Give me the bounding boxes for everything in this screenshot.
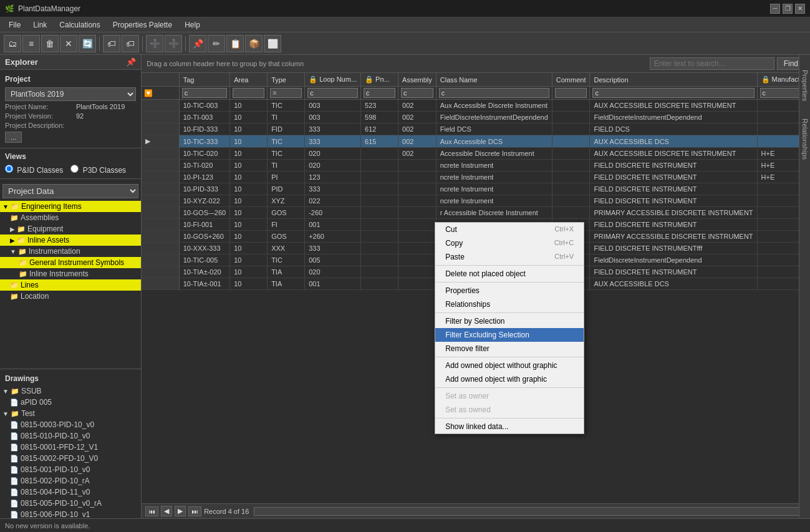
filter-loop[interactable]	[305, 87, 361, 100]
drawing-0815-002[interactable]: 📄 0815-002-PID-10_rA	[0, 475, 141, 486]
drawing-0815-0001[interactable]: 📄 0815-0001-PFD-12_V1	[0, 442, 141, 453]
filter-assembly-input[interactable]	[401, 88, 433, 98]
cm-filter-excluding[interactable]: Filter Excluding Selection	[435, 328, 584, 342]
tb-pin[interactable]: 📌	[189, 35, 206, 52]
filter-comment-input[interactable]	[555, 88, 587, 98]
nav-next[interactable]: ▶	[175, 506, 186, 516]
filter-loop-input[interactable]	[307, 88, 358, 98]
filter-assembly[interactable]	[398, 87, 436, 100]
nav-prev[interactable]: ◀	[161, 506, 172, 516]
filter-class-input[interactable]	[439, 88, 549, 98]
cm-remove-filter[interactable]: Remove filter	[435, 342, 584, 355]
filter-area[interactable]	[230, 87, 268, 100]
table-row[interactable]: 10-TI-020 10 TI 020 ncrete Instrument FI…	[142, 160, 809, 172]
cm-properties[interactable]: Properties	[435, 284, 584, 297]
table-row[interactable]: 10-XYZ-022 10 XYZ 022 ncrete Instrument …	[142, 195, 809, 207]
table-row[interactable]: 10-PID-333 10 PID 333 ncrete Instrument …	[142, 183, 809, 195]
drawing-ssub[interactable]: ▼ 📁 SSUB	[0, 385, 141, 397]
cm-relationships[interactable]: Relationships	[435, 297, 584, 311]
tree-item-inline-assets[interactable]: ▶ 📁 Inline Assets	[0, 235, 141, 246]
tree-item-equipment[interactable]: ▶ 📁 Equipment	[0, 223, 141, 235]
filter-type-input[interactable]	[270, 88, 302, 98]
minimize-button[interactable]: ─	[770, 4, 780, 14]
nav-first[interactable]: ⏮	[145, 506, 158, 516]
menu-properties-palette[interactable]: Properties Palette	[107, 19, 178, 31]
tab-properties[interactable]: Properties	[800, 67, 810, 104]
tree-item-assemblies[interactable]: 📁 Assemblies	[0, 212, 141, 223]
drawing-0815-010[interactable]: 📄 0815-010-PID-10_v0	[0, 430, 141, 442]
nav-last[interactable]: ⏭	[188, 506, 201, 516]
tb-add2[interactable]: ➕	[165, 35, 182, 52]
drawing-0815-001[interactable]: 📄 0815-001-PID-10_v0	[0, 464, 141, 475]
col-type[interactable]: Type	[268, 73, 305, 87]
table-row[interactable]: 10-TI-003 10 TI 003 598 002 FieldDiscret…	[142, 112, 809, 123]
desc-button[interactable]: ...	[5, 132, 22, 143]
cm-paste[interactable]: Paste Ctrl+V	[435, 250, 584, 264]
project-select[interactable]: PlantTools 2019	[5, 87, 136, 101]
tb-edit[interactable]: ✏	[208, 35, 225, 52]
col-comment[interactable]: Comment	[552, 73, 590, 87]
col-tag[interactable]: Tag	[179, 73, 229, 87]
tab-relationships[interactable]: Relationships	[800, 116, 810, 162]
cm-filter-by-selection[interactable]: Filter by Selection	[435, 314, 584, 328]
tree-item-lines[interactable]: 📁 Lines	[0, 279, 141, 291]
tb-copy[interactable]: 📋	[226, 35, 244, 52]
filter-tag-input[interactable]	[182, 88, 227, 98]
drawing-0815-005[interactable]: 📄 0815-005-PID-10_v0_rA	[0, 498, 141, 509]
view-pid-radio[interactable]	[5, 165, 13, 173]
drawing-0815-0002[interactable]: 📄 0815-0002-PFD-10_V0	[0, 453, 141, 464]
cm-delete-not-placed[interactable]: Delete not placed object	[435, 267, 584, 281]
view-p3d-radio[interactable]	[70, 165, 79, 173]
col-assembly[interactable]: Assembly	[398, 73, 436, 87]
search-input[interactable]	[650, 57, 774, 70]
drawing-apid005[interactable]: 📄 aPID 005	[0, 397, 141, 408]
tree-item-general-instrument[interactable]: 📁 General Instrument Symbols	[0, 257, 141, 268]
cm-show-linked[interactable]: Show linked data...	[435, 420, 584, 433]
col-area[interactable]: Area	[230, 73, 268, 87]
tb-refresh[interactable]: 🔄	[79, 35, 96, 52]
drawing-0815-0003[interactable]: 📄 0815-0003-PID-10_v0	[0, 419, 141, 430]
view-pid-label[interactable]: P&ID Classes	[5, 165, 63, 175]
filter-area-input[interactable]	[233, 88, 264, 98]
tree-item-instrumentation[interactable]: ▼ 📁 Instrumentation	[0, 246, 141, 257]
col-classname[interactable]: Class Name	[436, 73, 552, 87]
tb-package[interactable]: 📦	[245, 35, 263, 52]
filter-pn[interactable]	[361, 87, 398, 100]
drawing-test[interactable]: ▼ 📁 Test	[0, 408, 141, 419]
filter-class[interactable]	[436, 87, 552, 100]
col-description[interactable]: Description	[590, 73, 757, 87]
table-row[interactable]: 10-FID-333 10 FID 333 612 002 Field DCS …	[142, 123, 809, 135]
filter-comment[interactable]	[552, 87, 590, 100]
drawing-0815-006[interactable]: 📄 0815-006-PID-10_v1	[0, 509, 141, 518]
col-pn[interactable]: 🔒Pn...	[361, 73, 398, 87]
menu-file[interactable]: File	[2, 19, 27, 31]
tb-box[interactable]: ⬜	[264, 35, 281, 52]
menu-link[interactable]: Link	[27, 19, 53, 31]
cm-copy[interactable]: Copy Ctrl+C	[435, 236, 584, 250]
tree-item-inline-instruments[interactable]: 📁 Inline Instruments	[0, 268, 141, 279]
restore-button[interactable]: ❐	[783, 4, 793, 14]
cm-add-owned-without[interactable]: Add owned object without graphic	[435, 359, 584, 372]
tb-close[interactable]: ✕	[60, 35, 77, 52]
menu-help[interactable]: Help	[178, 19, 206, 31]
filter-desc-input[interactable]	[592, 88, 754, 98]
filter-tag[interactable]	[179, 87, 229, 100]
tb-add1[interactable]: ➕	[146, 35, 163, 52]
col-loop[interactable]: 🔒Loop Num...	[305, 73, 361, 87]
tree-item-location[interactable]: 📁 Location	[0, 291, 141, 302]
filter-pn-input[interactable]	[364, 88, 395, 98]
tb-list[interactable]: ≡	[22, 35, 40, 52]
drawing-0815-004[interactable]: 📄 0815-004-PID-11_v0	[0, 486, 141, 498]
close-button[interactable]: ✕	[795, 4, 805, 14]
explorer-pin-icon[interactable]: 📌	[126, 57, 136, 67]
cm-add-owned-with[interactable]: Add owned object with graphic	[435, 372, 584, 386]
menu-calculations[interactable]: Calculations	[53, 19, 106, 31]
horizontal-scrollbar[interactable]	[254, 507, 806, 516]
table-row[interactable]: 10-TIC-020 10 TIC 020 002 Accessible Dis…	[142, 148, 809, 160]
table-row[interactable]: 10-TIC-003 10 TIC 003 523 002 Aux Access…	[142, 100, 809, 112]
table-row[interactable]: 10-GOS-–260 10 GOS -260 r Accessible Dis…	[142, 207, 809, 219]
tree-item-engineering-items[interactable]: ▼ 📁 Engineering Items	[0, 201, 141, 212]
tb-tag1[interactable]: 🏷	[103, 35, 120, 52]
cm-cut[interactable]: Cut Ctrl+X	[435, 223, 584, 236]
tb-open[interactable]: 🗂	[4, 35, 21, 52]
